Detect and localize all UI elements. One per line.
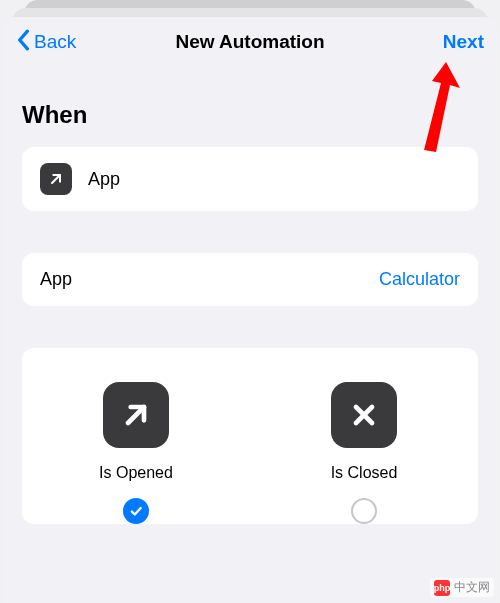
radio-is-closed[interactable] <box>351 498 377 524</box>
chevron-left-icon <box>16 29 30 56</box>
watermark-logo-icon: php <box>434 580 450 596</box>
open-arrow-icon <box>103 382 169 448</box>
back-button[interactable]: Back <box>16 29 76 56</box>
radio-is-opened[interactable] <box>123 498 149 524</box>
trigger-card: App <box>22 147 478 211</box>
app-select-label: App <box>40 269 72 290</box>
option-is-opened[interactable]: Is Opened <box>22 382 250 524</box>
section-heading-when: When <box>22 101 478 129</box>
close-x-icon <box>331 382 397 448</box>
open-app-icon <box>40 163 72 195</box>
app-select-row[interactable]: App Calculator <box>22 253 478 306</box>
option-closed-label: Is Closed <box>331 464 398 482</box>
option-is-closed[interactable]: Is Closed <box>250 382 478 524</box>
trigger-label: App <box>88 169 120 190</box>
app-select-value: Calculator <box>379 269 460 290</box>
svg-line-1 <box>128 407 144 423</box>
watermark: php 中文网 <box>430 578 494 597</box>
options-card: Is Opened Is Closed <box>22 348 478 524</box>
back-label: Back <box>34 31 76 53</box>
watermark-text: 中文网 <box>454 579 490 596</box>
modal-sheet: Back New Automation Next When App App Ca… <box>2 17 498 603</box>
option-opened-label: Is Opened <box>99 464 173 482</box>
page-title: New Automation <box>2 31 498 53</box>
svg-line-0 <box>52 175 60 183</box>
next-button[interactable]: Next <box>443 31 484 53</box>
navbar: Back New Automation Next <box>2 17 498 67</box>
